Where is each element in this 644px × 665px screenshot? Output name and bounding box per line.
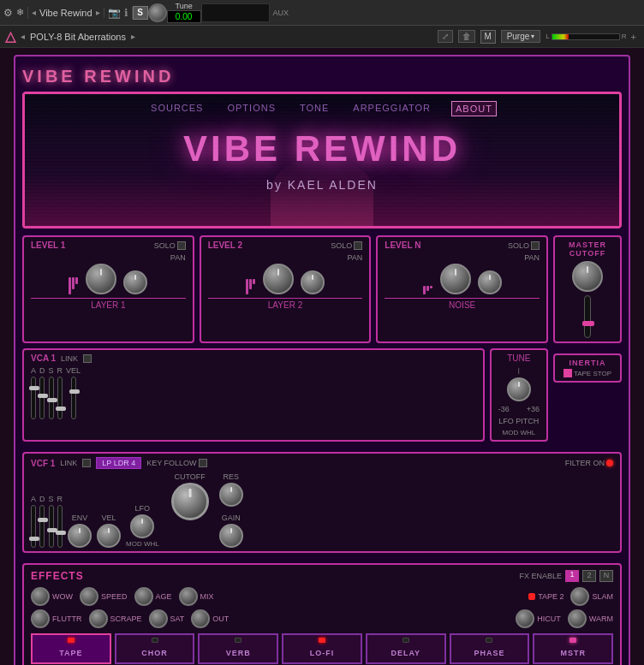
vcf-r-fader[interactable] [57, 505, 63, 548]
arrow-left2-icon[interactable]: ◂ [21, 32, 25, 41]
vcf-env-knob[interactable] [68, 524, 92, 548]
btn-verb[interactable]: VERB [198, 633, 278, 664]
vca-vel-fader[interactable] [71, 377, 76, 419]
fx-wow-knob[interactable] [31, 587, 50, 606]
btn-chor[interactable]: CHOR [115, 633, 195, 664]
fx-btn2[interactable]: 2 [582, 570, 596, 582]
noise-solo-check[interactable] [531, 241, 540, 250]
fx-enable-area: FX ENABLE 1 2 N [519, 570, 613, 582]
vcf-res-knob[interactable] [219, 483, 243, 507]
fx-mix-knob[interactable] [179, 587, 198, 606]
m-button[interactable]: M [480, 30, 496, 44]
purge-button[interactable]: Purge ▾ [501, 30, 541, 43]
btn-lofi[interactable]: LO-FI [282, 633, 362, 664]
poly8-title: POLY-8 Bit Aberrations [30, 32, 126, 42]
nav-sources[interactable]: SOURCES [147, 101, 206, 116]
fx-btn1[interactable]: 1 [565, 570, 579, 582]
fx-hicut-knob[interactable] [516, 609, 534, 628]
fx-age-knob[interactable] [134, 587, 153, 606]
btn-delay[interactable]: DELAY [366, 633, 446, 664]
toolbar-icons: 📷 ℹ [104, 7, 133, 19]
layer2-level-bars [246, 279, 256, 294]
noise-knob1[interactable] [440, 264, 471, 294]
vca-d-col: D [39, 366, 45, 419]
vcf-cutoff-area: CUTOFF [171, 472, 209, 548]
gear-icon[interactable]: ⚙ [3, 7, 13, 19]
tune-knob[interactable] [148, 3, 167, 22]
layer2-knob1[interactable] [263, 264, 294, 294]
vca-s-fader[interactable] [49, 377, 54, 419]
layer2-knob2[interactable] [301, 270, 325, 294]
fx-slam-knob[interactable] [570, 587, 589, 606]
info-icon[interactable]: ℹ [124, 7, 128, 19]
vcf-d-fader[interactable] [39, 505, 45, 548]
fx-fluttr: FLUTTR [31, 609, 82, 628]
arrow-left-icon[interactable]: ◂ [32, 8, 36, 17]
arrow-right-icon[interactable]: ▸ [96, 8, 100, 17]
vcf-a-fader[interactable] [31, 505, 36, 548]
tape-stop-check[interactable] [564, 369, 572, 377]
vcf-filter-on-led[interactable] [606, 460, 613, 466]
noise-name: NOISE [385, 298, 540, 310]
vcf-link-label: LINK [60, 459, 77, 467]
fx-scrape-label: SCRAPE [110, 615, 142, 623]
nav-options[interactable]: OPTIONS [224, 101, 279, 116]
vca-link-check[interactable] [83, 354, 92, 363]
s-button[interactable]: S [133, 6, 148, 20]
fx-sat-knob[interactable] [149, 609, 168, 628]
vcf-key-follow-check[interactable] [199, 459, 207, 467]
vcf-vel-knob[interactable] [97, 524, 121, 548]
fx-speed-knob[interactable] [80, 587, 98, 606]
vcf-gain-knob[interactable] [219, 524, 243, 548]
master-cutoff-knob[interactable] [572, 261, 603, 292]
nav-tone[interactable]: TONE [296, 101, 332, 116]
effects-title: EFFECTS [31, 570, 84, 582]
effects-header: EFFECTS FX ENABLE 1 2 N [31, 570, 613, 582]
fx-fluttr-knob[interactable] [31, 609, 50, 628]
fx-out-knob[interactable] [191, 609, 210, 628]
vca-a-fader[interactable] [31, 377, 36, 419]
fx-tape2-led [528, 593, 535, 600]
vcf-gain-label: GAIN [222, 514, 241, 522]
camera-icon[interactable]: 📷 [108, 7, 121, 19]
tune-knob-main[interactable] [507, 377, 531, 401]
layer2-solo-check[interactable] [354, 241, 362, 250]
layer1-knob2[interactable] [123, 270, 147, 294]
master-cutoff-slider[interactable] [584, 295, 591, 338]
resize-icon[interactable]: ⤢ [438, 30, 453, 43]
master-cutoff-label: MASTERCUTOFF [569, 240, 606, 258]
fx-btn-n[interactable]: N [599, 570, 613, 582]
aux-label: AUX [270, 9, 293, 17]
instrument-title: VIBE REWIND [22, 63, 622, 92]
noise-knob2[interactable] [478, 270, 502, 294]
vca-d-fader[interactable] [39, 377, 45, 419]
trash-icon[interactable]: 🗑 [458, 30, 475, 43]
btn-mstr[interactable]: MSTR [533, 633, 613, 664]
nav-about[interactable]: ABOUT [451, 101, 497, 116]
fx-sat: SAT [149, 609, 185, 628]
bottom-buttons: TAPE CHOR VERB LO-FI [31, 633, 613, 664]
fx-warm-knob[interactable] [568, 609, 587, 628]
vu-plus-button[interactable]: + [629, 32, 639, 42]
arrow-right2-icon[interactable]: ▸ [131, 32, 135, 41]
vcf-s-fader[interactable] [49, 505, 54, 548]
btn-tape[interactable]: TAPE [31, 633, 111, 664]
vcf-d-label: D [39, 495, 45, 503]
layer1-solo-label: SOLO [154, 241, 176, 250]
kontakt-gear: ⚙ ❄ [0, 7, 28, 19]
layer1-solo-check[interactable] [177, 241, 186, 250]
tune-high: +36 [527, 405, 540, 413]
vcf-cutoff-knob[interactable] [171, 483, 209, 520]
vcf-lfo-knob[interactable] [130, 514, 154, 538]
vcf-lfo-col: LFO MOD WHL [126, 504, 159, 548]
vcf-link-check[interactable] [82, 459, 91, 467]
layer1-knob1[interactable] [86, 264, 116, 294]
btn-phase[interactable]: PHASE [450, 633, 530, 664]
vcf-lp-ldr-btn[interactable]: LP LDR 4 [96, 457, 141, 469]
vca-r-fader[interactable] [57, 377, 63, 419]
vca-vel-col: VEL [66, 366, 80, 419]
vcf-filter-on: FILTER ON [565, 459, 613, 467]
vcf-key-follow: KEY FOLLOW [146, 459, 206, 467]
nav-arpeggiator[interactable]: ARPEGGIATOR [349, 101, 434, 116]
fx-scrape-knob[interactable] [89, 609, 108, 628]
